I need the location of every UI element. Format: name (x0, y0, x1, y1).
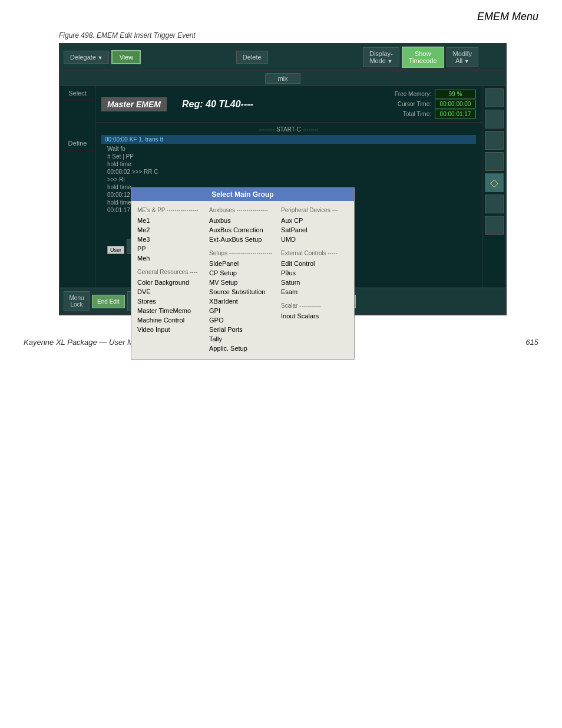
select-main-group-dropdown: Select Main Group ME's & PP ------------… (131, 187, 355, 360)
dropdown-item-pp[interactable]: PP (137, 244, 204, 253)
page-title: EMEM Menu (0, 0, 562, 27)
timeline-start: -------- START-C -------- (101, 126, 476, 133)
dropdown-item-color-background[interactable]: Color Background (137, 278, 204, 287)
view-button[interactable]: View (111, 50, 141, 64)
dropdown-item-ext-auxbus-setup[interactable]: Ext-AuxBus Setup (209, 235, 276, 244)
reg-info: Reg: 40 TL40---- (182, 99, 253, 110)
dropdown-item-tally[interactable]: Tally (209, 334, 276, 344)
dropdown-body: ME's & PP ---------------- Me1 Me2 Me3 P… (131, 201, 354, 359)
end-edit-button[interactable]: End Edit (92, 295, 125, 308)
dropdown-item-gpo[interactable]: GPO (209, 315, 276, 325)
dropdown-col1-header: ME's & PP ---------------- (137, 207, 204, 213)
modify-all-button[interactable]: ModifyAll (447, 47, 478, 67)
side-btn-4[interactable] (485, 152, 504, 171)
total-time-label: Total Time: (403, 111, 431, 117)
side-btn-6[interactable] (485, 216, 504, 235)
show-timecode-button[interactable]: ShowTimecode (402, 47, 444, 68)
mix-bar: mix (60, 71, 505, 86)
dropdown-item-inout-scalars[interactable]: Inout Scalars (281, 311, 348, 321)
dropdown-item-esam[interactable]: Esam (281, 287, 348, 297)
delete-button[interactable]: Delete (236, 51, 268, 64)
dropdown-item-mv-setup[interactable]: MV Setup (209, 278, 276, 287)
free-memory-label: Free Memory: (395, 91, 431, 97)
dropdown-col1-header2: General Resources ---- (137, 269, 204, 275)
dropdown-item-auxbus[interactable]: Auxbus (209, 216, 276, 225)
screen-container: Delegate View Delete Display-Mode ShowTi… (59, 43, 507, 315)
timeline-row-5: >>> Ri (101, 176, 476, 183)
dropdown-item-edit-control[interactable]: Edit Control (281, 259, 348, 268)
dropdown-item-cp-setup[interactable]: CP Setup (209, 268, 276, 278)
cursor-time-value: 00:00:00:00 (435, 100, 476, 108)
dropdown-col-3: Peripheral Devices --- Aux CP SatPanel U… (279, 205, 351, 355)
timeline-row-2: # Set | PP (101, 153, 476, 160)
dropdown-item-saturn[interactable]: Saturn (281, 278, 348, 287)
right-sidebar: ◇ (482, 86, 505, 288)
dropdown-col2-header2: Setups ---------------------- (209, 250, 276, 256)
dropdown-col-2: Auxbuses ---------------- Auxbus AuxBus … (207, 205, 279, 355)
display-mode-button[interactable]: Display-Mode (363, 47, 399, 67)
dropdown-item-video-input[interactable]: Video Input (137, 325, 204, 334)
dropdown-item-machine-control[interactable]: Machine Control (137, 315, 204, 325)
dropdown-item-umd[interactable]: UMD (281, 235, 348, 244)
dropdown-col-1: ME's & PP ---------------- Me1 Me2 Me3 P… (135, 205, 207, 355)
dropdown-col3-header1: Peripheral Devices --- (281, 207, 348, 213)
dropdown-item-me3[interactable]: Me3 (137, 235, 204, 244)
delegate-button[interactable]: Delegate (64, 51, 109, 64)
timeline-row-4: 00:00:02 >>> RR C (101, 168, 476, 176)
side-btn-3[interactable] (485, 131, 504, 150)
top-toolbar: Delegate View Delete Display-Mode ShowTi… (60, 44, 505, 71)
master-emem-header: Master EMEM Reg: 40 TL40---- Free Memory… (95, 86, 482, 123)
timeline-row-1: Wait fo (101, 145, 476, 153)
side-btn-2[interactable] (485, 110, 504, 129)
center-panel: Master EMEM Reg: 40 TL40---- Free Memory… (95, 86, 482, 288)
main-content: Select Define Master EMEM Reg: 40 TL40--… (60, 86, 505, 288)
figure-caption: Figure 498. EMEM Edit Insert Trigger Eve… (59, 31, 562, 39)
dropdown-item-dve[interactable]: DVE (137, 287, 204, 297)
dropdown-item-aux-cp[interactable]: Aux CP (281, 216, 348, 225)
dropdown-title: Select Main Group (131, 188, 354, 201)
dropdown-item-satpanel[interactable]: SatPanel (281, 225, 348, 235)
dropdown-item-applic-setup[interactable]: Applic. Setup (209, 344, 276, 353)
dropdown-item-meh[interactable]: Meh (137, 253, 204, 263)
memory-info: Free Memory: 99 % Cursor Time: 00:00:00:… (395, 90, 476, 118)
dropdown-item-me2[interactable]: Me2 (137, 225, 204, 235)
menu-lock-button[interactable]: MenuLock (64, 291, 90, 311)
timeline-area: -------- START-C -------- 00:00:00 KF 1,… (95, 123, 482, 288)
sidebar-select-label: Select (60, 86, 95, 101)
dropdown-item-master-timememo[interactable]: Master TimeMemo (137, 306, 204, 315)
timeline-row-3: hold time: (101, 160, 476, 168)
total-time-value: 00:00:01:17 (435, 110, 476, 118)
dropdown-item-me1[interactable]: Me1 (137, 216, 204, 225)
dropdown-item-stores[interactable]: Stores (137, 297, 204, 306)
left-sidebar: Select Define (60, 86, 95, 288)
free-memory-value: 99 % (435, 90, 476, 98)
footer-right: 615 (525, 338, 538, 347)
master-emem-label: Master EMEM (101, 97, 167, 111)
dropdown-item-source-substitution[interactable]: Source Substitution (209, 287, 276, 297)
timeline-event-1[interactable]: 00:00:00 KF 1, trans tt (101, 135, 476, 144)
side-btn-1[interactable] (485, 88, 504, 107)
mix-button[interactable]: mix (265, 73, 300, 84)
user-label: User (107, 246, 124, 254)
sidebar-define-label: Define (60, 136, 95, 151)
dropdown-item-xbarident[interactable]: XBarIdent (209, 297, 276, 306)
dropdown-item-sidepanel[interactable]: SidePanel (209, 259, 276, 268)
dropdown-item-serial-ports[interactable]: Serial Ports (209, 325, 276, 334)
dropdown-col2-header1: Auxbuses ---------------- (209, 207, 276, 213)
dropdown-col3-header2: External Controls ----- (281, 250, 348, 256)
dropdown-item-gpi[interactable]: GPI (209, 306, 276, 315)
dropdown-col3-header3: Scalar ----------- (281, 302, 348, 309)
side-btn-5[interactable] (485, 195, 504, 213)
cursor-time-label: Cursor Time: (398, 101, 431, 107)
dropdown-item-p9us[interactable]: P9us (281, 268, 348, 278)
diamond-icon-btn[interactable]: ◇ (485, 173, 504, 192)
dropdown-item-auxbus-correction[interactable]: AuxBus Correction (209, 225, 276, 235)
